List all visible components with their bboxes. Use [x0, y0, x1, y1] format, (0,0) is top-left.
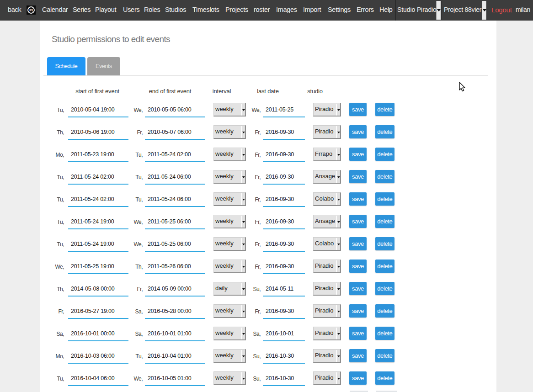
svg-text:PI: PI: [29, 8, 33, 12]
